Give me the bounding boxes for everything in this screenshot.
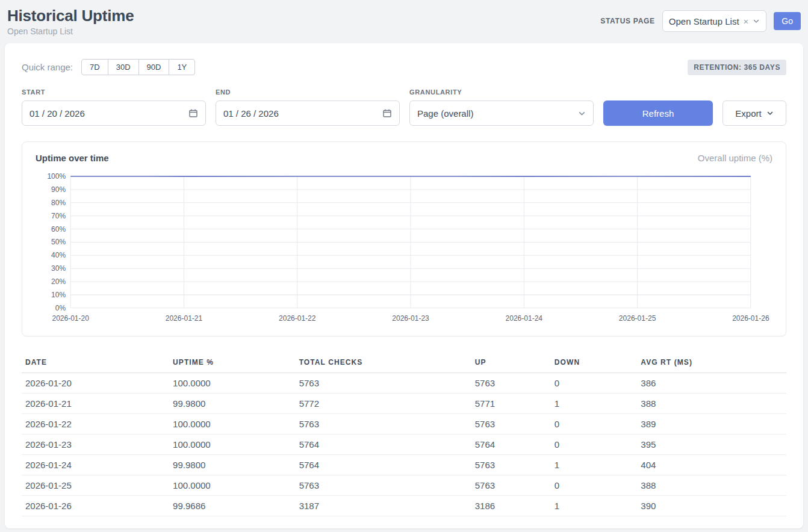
end-date-label: END xyxy=(216,88,400,96)
svg-text:2026-01-26: 2026-01-26 xyxy=(732,314,769,323)
granularity-value: Page (overall) xyxy=(417,108,473,119)
uptime-line-chart: 0%10%20%30%40%50%60%70%80%90%100%2026-01… xyxy=(36,170,772,326)
table-row: 2026-01-25100.0000576357630388 xyxy=(22,475,786,495)
clear-icon[interactable]: × xyxy=(744,17,749,26)
svg-text:10%: 10% xyxy=(51,291,66,299)
go-button[interactable]: Go xyxy=(774,12,801,30)
table-cell: 0 xyxy=(551,434,638,454)
svg-text:50%: 50% xyxy=(51,238,66,246)
quick-range-30d-button[interactable]: 30D xyxy=(108,59,139,75)
table-cell: 3186 xyxy=(471,495,551,516)
table-cell: 5763 xyxy=(471,475,551,495)
table-cell: 395 xyxy=(637,434,786,454)
top-controls: STATUS PAGE Open Startup List × Go xyxy=(600,10,801,32)
chart-legend: Overall uptime (%) xyxy=(698,153,772,163)
page-title: Historical Uptime xyxy=(7,7,134,25)
svg-text:2026-01-21: 2026-01-21 xyxy=(166,314,203,323)
main-card: Quick range: 7D30D90D1Y RETENTION: 365 D… xyxy=(5,43,803,528)
table-cell: 5763 xyxy=(471,454,551,475)
table-cell: 5763 xyxy=(296,373,471,393)
end-date-input[interactable]: 01 / 26 / 2026 xyxy=(216,101,400,126)
calendar-icon[interactable] xyxy=(188,108,198,118)
table-cell: 1 xyxy=(551,495,638,516)
svg-text:60%: 60% xyxy=(51,225,66,234)
table-cell: 0 xyxy=(551,475,638,495)
calendar-icon[interactable] xyxy=(382,108,392,118)
table-cell: 100.0000 xyxy=(169,434,296,454)
quick-range-group: 7D30D90D1Y xyxy=(81,59,195,75)
table-row: 2026-01-2699.9686318731861390 xyxy=(22,495,786,516)
svg-text:30%: 30% xyxy=(51,264,66,273)
filter-row: START 01 / 20 / 2026 END 01 / 26 / 2026 xyxy=(22,88,786,126)
table-row: 2026-01-2199.9800577257711388 xyxy=(22,393,786,413)
granularity-select[interactable]: Page (overall) xyxy=(409,101,594,126)
chevron-down-icon xyxy=(578,110,586,117)
column-header: UP xyxy=(471,352,551,373)
topbar: Historical Uptime Open Startup List STAT… xyxy=(0,0,808,43)
start-date-value: 01 / 20 / 2026 xyxy=(30,108,85,119)
table-row: 2026-01-22100.0000576357630389 xyxy=(22,413,786,434)
table-header-row: DATEUPTIME %TOTAL CHECKSUPDOWNAVG RT (MS… xyxy=(22,352,786,373)
column-header: UPTIME % xyxy=(169,352,296,373)
svg-text:80%: 80% xyxy=(51,199,66,207)
column-header: DATE xyxy=(22,352,169,373)
svg-text:90%: 90% xyxy=(51,185,66,194)
svg-text:20%: 20% xyxy=(51,277,66,286)
quick-range-1y-button[interactable]: 1Y xyxy=(169,59,195,75)
table-cell: 5772 xyxy=(296,393,471,413)
quick-range-90d-button[interactable]: 90D xyxy=(138,59,170,75)
export-button[interactable]: Export xyxy=(723,101,786,126)
retention-badge: RETENTION: 365 DAYS xyxy=(688,60,786,75)
table-cell: 2026-01-22 xyxy=(22,413,169,434)
table-cell: 5764 xyxy=(296,434,471,454)
page-subtitle: Open Startup List xyxy=(7,26,134,36)
table-cell: 100.0000 xyxy=(169,413,296,434)
end-date-field: END 01 / 26 / 2026 xyxy=(216,88,400,126)
table-cell: 5771 xyxy=(471,393,551,413)
column-header: AVG RT (MS) xyxy=(637,352,786,373)
table-cell: 3187 xyxy=(296,495,471,516)
svg-text:100%: 100% xyxy=(47,172,66,181)
table-cell: 2026-01-25 xyxy=(22,475,169,495)
table-cell: 99.9800 xyxy=(169,393,296,413)
table-cell: 388 xyxy=(637,393,786,413)
table-cell: 5764 xyxy=(296,454,471,475)
quick-range-7d-button[interactable]: 7D xyxy=(81,59,108,75)
table-cell: 1 xyxy=(551,454,638,475)
end-date-value: 01 / 26 / 2026 xyxy=(223,108,279,119)
table-cell: 5763 xyxy=(296,475,471,495)
table-cell: 100.0000 xyxy=(169,373,296,393)
table-cell: 0 xyxy=(551,373,638,393)
table-cell: 2026-01-21 xyxy=(22,393,169,413)
table-cell: 2026-01-26 xyxy=(22,495,169,516)
uptime-table: DATEUPTIME %TOTAL CHECKSUPDOWNAVG RT (MS… xyxy=(22,352,786,516)
svg-text:0%: 0% xyxy=(55,304,66,312)
table-cell: 404 xyxy=(637,454,786,475)
table-cell: 386 xyxy=(637,373,786,393)
refresh-button[interactable]: Refresh xyxy=(603,101,713,126)
uptime-chart-card: Uptime over time Overall uptime (%) 0%10… xyxy=(22,141,786,336)
granularity-label: GRANULARITY xyxy=(409,88,594,96)
export-button-label: Export xyxy=(735,108,761,119)
status-page-select[interactable]: Open Startup List × xyxy=(662,10,767,32)
table-row: 2026-01-2499.9800576457631404 xyxy=(22,454,786,475)
start-date-input[interactable]: 01 / 20 / 2026 xyxy=(22,101,206,126)
column-header: DOWN xyxy=(551,352,638,373)
table-cell: 388 xyxy=(637,475,786,495)
chart-title: Uptime over time xyxy=(36,153,109,163)
table-cell: 5763 xyxy=(471,373,551,393)
svg-text:2026-01-24: 2026-01-24 xyxy=(506,314,543,323)
table-cell: 2026-01-24 xyxy=(22,454,169,475)
chart-header: Uptime over time Overall uptime (%) xyxy=(36,153,772,163)
svg-text:40%: 40% xyxy=(51,251,66,259)
table-cell: 0 xyxy=(551,413,638,434)
chevron-down-icon xyxy=(766,108,774,119)
status-page-select-value: Open Startup List xyxy=(669,16,739,26)
table-cell: 389 xyxy=(637,413,786,434)
table-cell: 390 xyxy=(637,495,786,516)
svg-text:2026-01-25: 2026-01-25 xyxy=(619,314,656,323)
table-row: 2026-01-20100.0000576357630386 xyxy=(22,373,786,393)
quick-range-label: Quick range: xyxy=(22,62,73,72)
column-header: TOTAL CHECKS xyxy=(296,352,471,373)
table-cell: 99.9686 xyxy=(169,495,296,516)
